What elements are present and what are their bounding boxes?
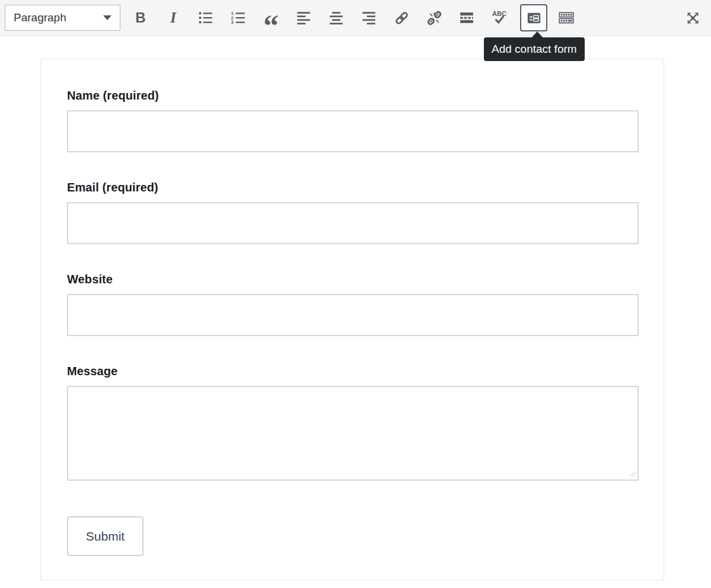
paragraph-format-dropdown[interactable]: Paragraph [5,5,120,31]
toolbar-toggle-button[interactable] [554,4,578,31]
blockquote-button[interactable]: “ [259,4,283,31]
email-field-label: Email (required) [67,181,639,194]
contact-form-icon [526,10,542,26]
message-field-label: Message [67,365,639,378]
align-left-icon [296,10,311,25]
add-contact-form-button[interactable] [520,4,547,31]
svg-text:3: 3 [231,20,234,25]
spellcheck-button[interactable]: ABC [487,4,511,31]
insert-read-more-button[interactable] [455,4,479,31]
align-center-button[interactable] [324,4,348,31]
paragraph-format-value: Paragraph [14,11,66,24]
form-field-name: Name (required) [67,89,639,152]
name-field-label: Name (required) [67,89,639,103]
editor-toolbar: Paragraph B I 1 2 3 “ [0,0,711,36]
form-field-message: Message [67,365,639,481]
add-contact-form-tooltip: Add contact form [484,37,585,61]
bold-icon: B [135,9,145,26]
insert-link-button[interactable] [390,4,413,31]
italic-icon: I [170,9,176,27]
form-field-email: Email (required) [67,181,639,244]
align-center-icon [329,10,344,25]
fullscreen-icon [685,10,701,26]
numbered-list-icon: 1 2 3 [231,10,246,25]
website-input[interactable] [67,294,639,336]
chevron-down-icon [103,15,111,20]
bullet-list-button[interactable] [194,4,218,31]
spellcheck-abc-text: ABC [492,10,506,17]
align-right-icon [361,10,377,25]
align-left-button[interactable] [292,4,315,31]
message-textarea[interactable] [67,386,639,481]
submit-row: Submit [67,516,639,556]
submit-button[interactable]: Submit [67,516,144,556]
website-field-label: Website [67,273,639,286]
keyboard-icon [558,9,575,26]
bold-button[interactable]: B [129,4,152,31]
bullet-list-icon [198,10,213,25]
fullscreen-button[interactable] [681,4,704,31]
email-input[interactable] [67,202,639,244]
unlink-icon [426,10,442,26]
link-icon [394,10,410,26]
editor-page: Paragraph B I 1 2 3 “ [0,0,711,588]
align-right-button[interactable] [357,4,381,31]
spellcheck-abc-icon: ABC [491,9,508,26]
editor-content-area: Name (required) Email (required) Website… [0,36,711,580]
contact-form-preview: Name (required) Email (required) Website… [40,59,664,580]
numbered-list-button[interactable]: 1 2 3 [227,4,250,31]
italic-button[interactable]: I [161,4,185,31]
form-field-website: Website [67,273,639,336]
read-more-icon [459,10,474,25]
remove-link-button[interactable] [422,4,446,31]
name-input[interactable] [67,110,639,152]
